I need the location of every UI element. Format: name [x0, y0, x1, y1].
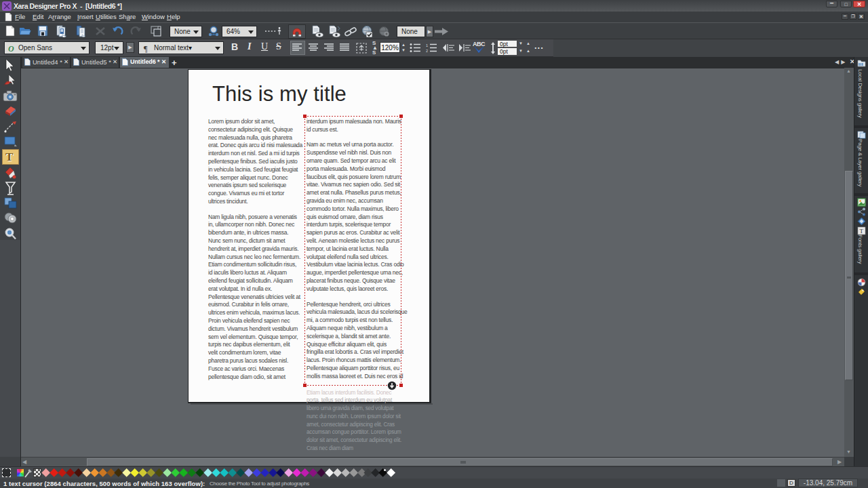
- svg-text:1: 1: [426, 43, 428, 47]
- svg-text:2: 2: [426, 49, 428, 53]
- svg-text:T: T: [860, 228, 864, 235]
